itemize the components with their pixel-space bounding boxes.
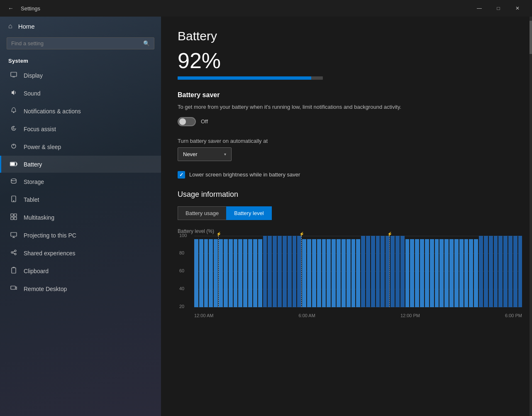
home-label: Home bbox=[18, 23, 35, 30]
chart-bar bbox=[273, 236, 277, 307]
chart-bar bbox=[489, 236, 493, 307]
chart-bar bbox=[263, 236, 267, 307]
chevron-down-icon: ▾ bbox=[224, 152, 226, 157]
sidebar-item-display[interactable]: Display bbox=[0, 66, 161, 84]
chart-bar bbox=[238, 239, 242, 307]
chart-bar bbox=[415, 239, 419, 307]
maximize-button[interactable]: □ bbox=[489, 2, 508, 15]
sidebar-item-label-focus: Focus assist bbox=[24, 126, 56, 132]
sidebar-item-power[interactable]: Power & sleep bbox=[0, 138, 161, 156]
chart-bar bbox=[293, 236, 297, 307]
chart-bar bbox=[518, 236, 522, 307]
tab-battery-level[interactable]: Battery level bbox=[226, 206, 272, 220]
chart-bar bbox=[283, 236, 287, 307]
chart-bar bbox=[288, 236, 292, 307]
dropdown-value: Never bbox=[183, 151, 198, 157]
sidebar-item-label-power: Power & sleep bbox=[24, 144, 61, 150]
x-label-noon: 12:00 PM bbox=[400, 313, 420, 318]
sidebar-item-clipboard[interactable]: Clipboard bbox=[0, 262, 161, 280]
chart-bar bbox=[449, 239, 454, 307]
projecting-icon bbox=[10, 231, 18, 239]
plug-icon-3: ⚡ bbox=[387, 232, 392, 236]
chart-bar bbox=[317, 239, 321, 307]
sidebar-item-focus[interactable]: Focus assist bbox=[0, 120, 161, 138]
multitasking-icon bbox=[10, 213, 18, 221]
chart-bar bbox=[479, 236, 483, 307]
chart-bar bbox=[307, 239, 311, 307]
chart-bar bbox=[484, 236, 488, 307]
sidebar-item-storage[interactable]: Storage bbox=[0, 173, 161, 191]
chart-bar bbox=[243, 239, 247, 307]
svg-rect-24 bbox=[11, 286, 15, 289]
chart-bar bbox=[410, 239, 414, 307]
sidebar-item-notifications[interactable]: Notifications & actions bbox=[0, 102, 161, 120]
chart-bar bbox=[430, 239, 434, 307]
svg-rect-13 bbox=[11, 217, 13, 220]
sidebar-item-shared[interactable]: Shared experiences bbox=[0, 244, 161, 262]
chart-bar bbox=[508, 236, 512, 307]
svg-rect-23 bbox=[12, 268, 16, 273]
back-button[interactable]: ← bbox=[5, 2, 17, 14]
auto-battery-saver-dropdown[interactable]: Never ▾ bbox=[178, 147, 232, 161]
chart-bar bbox=[268, 236, 272, 307]
battery-saver-toggle-row: Off bbox=[178, 117, 515, 126]
battery-fill bbox=[178, 76, 311, 80]
chart-bar bbox=[454, 239, 459, 307]
chart-bar bbox=[194, 239, 198, 307]
sidebar: ⌂ Home 🔍 System DisplaySoundNotification… bbox=[0, 17, 161, 416]
toggle-knob bbox=[179, 118, 186, 125]
search-input[interactable] bbox=[11, 40, 143, 46]
brightness-checkbox[interactable]: ✓ bbox=[178, 171, 185, 179]
brightness-checkbox-row: ✓ Lower screen brightness while in batte… bbox=[178, 171, 515, 179]
close-button[interactable]: ✕ bbox=[508, 2, 527, 15]
chart-bar bbox=[371, 236, 375, 307]
chart-bar bbox=[420, 239, 424, 307]
sidebar-item-sound[interactable]: Sound bbox=[0, 84, 161, 102]
battery-saver-toggle[interactable] bbox=[178, 117, 196, 126]
chart-bar bbox=[234, 239, 238, 307]
chart-bar bbox=[503, 236, 508, 307]
svg-line-21 bbox=[13, 251, 15, 252]
minimize-button[interactable]: — bbox=[470, 2, 489, 15]
chart-bar bbox=[332, 239, 336, 307]
chart-bar bbox=[229, 239, 233, 307]
auto-battery-saver-label: Turn battery saver on automatically at bbox=[178, 138, 515, 144]
sidebar-item-label-shared: Shared experiences bbox=[24, 250, 76, 257]
sidebar-item-battery[interactable]: Battery bbox=[0, 156, 161, 173]
sidebar-item-remote[interactable]: Remote Desktop bbox=[0, 280, 161, 298]
usage-tabs: Battery usage Battery level bbox=[178, 206, 515, 220]
chart-bar bbox=[204, 239, 208, 307]
battery-saver-description: To get more from your battery when it's … bbox=[178, 103, 427, 111]
chart-bar bbox=[444, 239, 449, 307]
sidebar-item-multitasking[interactable]: Multitasking bbox=[0, 208, 161, 226]
svg-marker-2 bbox=[12, 90, 14, 95]
chart-bar bbox=[395, 236, 400, 307]
sidebar-item-projecting[interactable]: Projecting to this PC bbox=[0, 226, 161, 244]
chart-bar bbox=[474, 239, 478, 307]
chart-bar bbox=[464, 239, 469, 307]
sidebar-item-tablet[interactable]: Tablet bbox=[0, 191, 161, 208]
page-title: Battery bbox=[178, 29, 515, 43]
search-icon[interactable]: 🔍 bbox=[143, 40, 150, 46]
x-label-6pm: 6:00 PM bbox=[505, 313, 522, 318]
chart-bar bbox=[405, 239, 410, 307]
svg-rect-3 bbox=[13, 112, 15, 113]
shared-icon bbox=[10, 249, 18, 257]
search-box: 🔍 bbox=[7, 37, 154, 49]
chart-bar bbox=[513, 236, 517, 307]
sidebar-home-item[interactable]: ⌂ Home bbox=[0, 17, 161, 36]
svg-rect-12 bbox=[14, 214, 17, 216]
scrollbar-thumb[interactable] bbox=[530, 21, 532, 54]
svg-rect-0 bbox=[11, 72, 17, 76]
brightness-checkbox-label: Lower screen brightness while in battery… bbox=[189, 171, 300, 178]
plug-icon: ⚡ bbox=[216, 232, 221, 236]
chart-bar bbox=[459, 239, 464, 307]
chart-bar bbox=[278, 236, 282, 307]
sidebar-item-label-sound: Sound bbox=[24, 90, 40, 97]
svg-point-19 bbox=[15, 250, 16, 252]
scrollbar[interactable] bbox=[530, 17, 532, 416]
chart-bar bbox=[494, 236, 498, 307]
chart-bar bbox=[224, 239, 228, 307]
app-body: ⌂ Home 🔍 System DisplaySoundNotification… bbox=[0, 17, 532, 416]
tab-battery-usage[interactable]: Battery usage bbox=[178, 206, 226, 220]
